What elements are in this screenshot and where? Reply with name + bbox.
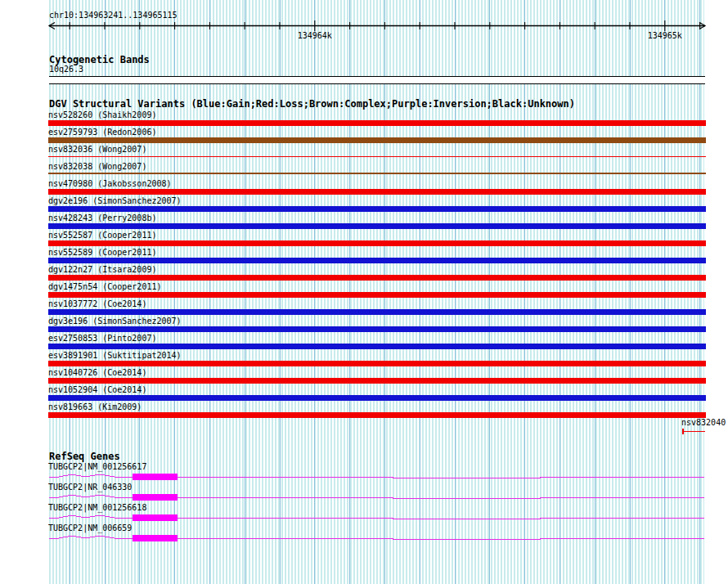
- variant-bar[interactable]: [48, 326, 706, 332]
- variant-label[interactable]: nsv528260 (Shaikh2009): [48, 110, 156, 119]
- variant-bar[interactable]: [48, 189, 706, 195]
- variant-bar[interactable]: [48, 258, 706, 263]
- cytobands-heading: Cytogenetic Bands: [49, 55, 150, 65]
- cytoband-box[interactable]: [49, 76, 705, 84]
- gene-model[interactable]: [0, 511, 728, 524]
- variant-bar[interactable]: [48, 240, 706, 246]
- variant-bar[interactable]: [48, 206, 706, 212]
- variant-label[interactable]: esv2759793 (Redon2006): [48, 128, 156, 137]
- ruler-tick-label: 134964k: [298, 31, 332, 40]
- cytoband-label: 10q26.3: [49, 65, 83, 74]
- variant-bar[interactable]: [682, 431, 705, 432]
- variant-bar[interactable]: [48, 412, 706, 418]
- variant-bar[interactable]: [48, 173, 706, 174]
- variant-bar[interactable]: [48, 223, 706, 229]
- ruler-tick-label: 134965k: [648, 31, 682, 40]
- gene-model[interactable]: [0, 491, 728, 504]
- variant-bar[interactable]: [48, 137, 706, 143]
- genome-browser-view: chr10:134963241..134965115 134964k134965…: [0, 0, 728, 584]
- variant-label[interactable]: nsv1052904 (Coe2014): [48, 385, 146, 394]
- variant-label[interactable]: dgv2e196 (SimonSanchez2007): [48, 196, 182, 205]
- variant-label[interactable]: nsv832038 (Wong2007): [48, 162, 146, 171]
- variant-bar[interactable]: [48, 292, 706, 298]
- variant-label[interactable]: nsv832036 (Wong2007): [48, 145, 146, 154]
- variant-label[interactable]: nsv819663 (Kim2009): [48, 402, 142, 411]
- variant-label[interactable]: nsv1040726 (Coe2014): [48, 368, 146, 377]
- variant-bar[interactable]: [48, 309, 706, 315]
- variant-label[interactable]: dgv122n27 (Itsara2009): [48, 265, 156, 274]
- gene-model[interactable]: [0, 470, 728, 483]
- variant-label[interactable]: nsv552589 (Cooper2011): [48, 248, 156, 257]
- variant-bar[interactable]: [48, 344, 706, 349]
- variant-label[interactable]: dgv1475n54 (Cooper2011): [48, 282, 161, 291]
- variant-label[interactable]: nsv428243 (Perry2008b): [48, 213, 156, 222]
- variant-label[interactable]: dgv3e196 (SimonSanchez2007): [48, 317, 182, 326]
- gene-model[interactable]: [0, 532, 728, 545]
- variant-bar[interactable]: [48, 275, 706, 281]
- dgv-heading: DGV Structural Variants (Blue:Gain;Red:L…: [49, 99, 575, 109]
- refseq-heading: RefSeq Genes: [49, 451, 120, 461]
- ruler[interactable]: [0, 0, 728, 33]
- variant-label[interactable]: esv3891901 (Suktitipat2014): [48, 351, 182, 360]
- variant-bar[interactable]: [48, 395, 706, 401]
- variant-label[interactable]: nsv832040: [681, 418, 726, 427]
- variant-label[interactable]: nsv470980 (Jakobsson2008): [48, 179, 172, 188]
- variant-bar[interactable]: [48, 378, 706, 384]
- variant-bar[interactable]: [48, 361, 706, 366]
- variant-bar[interactable]: [48, 120, 706, 126]
- variant-label[interactable]: esv2750853 (Pinto2007): [48, 334, 156, 343]
- variant-label[interactable]: nsv552587 (Cooper2011): [48, 231, 156, 240]
- variant-bar[interactable]: [48, 156, 706, 157]
- variant-label[interactable]: nsv1037772 (Coe2014): [48, 299, 146, 308]
